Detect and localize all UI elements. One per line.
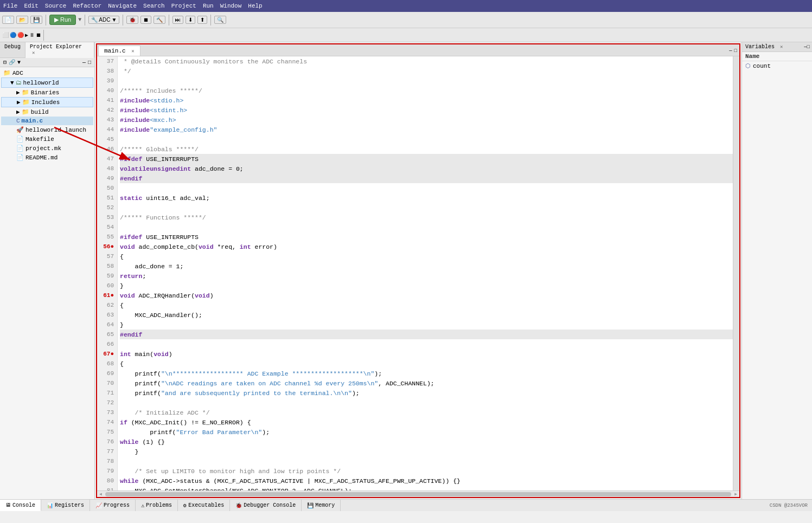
line-num-80[interactable]: 80: [97, 476, 117, 486]
line-num-64[interactable]: 64: [97, 320, 117, 330]
code-lines[interactable]: * @details Continuously monitors the ADC…: [118, 56, 733, 490]
maximize-panel-btn[interactable]: □: [88, 60, 91, 66]
tree-build[interactable]: ▶ 📁 build: [1, 107, 93, 117]
line-num-56[interactable]: 56●: [97, 242, 117, 251]
tab-progress[interactable]: 📈 Progress: [90, 500, 136, 511]
max-vars-btn[interactable]: □: [807, 44, 810, 50]
menu-navigate[interactable]: Navigate: [108, 3, 137, 9]
tree-readme[interactable]: 📄 README.md: [1, 153, 93, 162]
minimize-panel-btn[interactable]: —: [82, 60, 86, 66]
menu-edit[interactable]: Edit: [24, 3, 38, 9]
line-num-38[interactable]: 38: [97, 66, 117, 76]
run-button[interactable]: ▶ Run: [49, 15, 76, 25]
line-num-67[interactable]: 67●: [97, 349, 117, 359]
line-num-41[interactable]: 41: [97, 95, 117, 105]
tb2-btn5[interactable]: ⏸: [29, 32, 35, 38]
menu-refactor[interactable]: Refactor: [73, 3, 101, 9]
minimize-code-btn[interactable]: —: [729, 48, 732, 54]
variables-tab-close[interactable]: ✕: [780, 44, 783, 50]
line-num-51[interactable]: 51: [97, 193, 117, 203]
line-num-50[interactable]: 50: [97, 183, 117, 193]
line-num-49[interactable]: 49: [97, 173, 117, 183]
tree-binaries[interactable]: ▶ 📁 Binaries: [1, 88, 93, 97]
tab-memory[interactable]: 💾 Memory: [302, 500, 341, 511]
line-num-81[interactable]: 81: [97, 486, 117, 490]
line-num-66[interactable]: 66: [97, 339, 117, 349]
config-dropdown[interactable]: 🔧 ADC ▼: [88, 16, 119, 24]
line-num-70[interactable]: 70: [97, 378, 117, 388]
menu-window[interactable]: Window: [220, 3, 242, 9]
tab-project-explorer[interactable]: Project Explorer ✕: [25, 42, 94, 58]
menu-source[interactable]: Source: [45, 3, 67, 9]
tab-registers[interactable]: 📊 Registers: [41, 500, 90, 511]
scroll-left-btn[interactable]: ◀: [97, 492, 104, 496]
step-into-button[interactable]: ⬇: [186, 16, 195, 24]
tb2-btn6[interactable]: ⏹: [36, 32, 41, 38]
scroll-right-btn[interactable]: ▶: [732, 492, 739, 496]
tb2-btn3[interactable]: 🔴: [17, 32, 24, 38]
line-num-62[interactable]: 62: [97, 300, 117, 310]
line-num-76[interactable]: 76: [97, 437, 117, 447]
line-num-37[interactable]: 37: [97, 56, 117, 66]
vertical-scrollbar[interactable]: [733, 56, 739, 490]
line-num-40[interactable]: 40: [97, 86, 117, 95]
tree-root-adc[interactable]: 📁 ADC: [1, 68, 93, 78]
line-num-63[interactable]: 63: [97, 310, 117, 320]
project-explorer-close[interactable]: ✕: [32, 50, 35, 56]
line-num-57[interactable]: 57: [97, 251, 117, 261]
main-c-tab-close[interactable]: ✕: [131, 49, 134, 54]
tab-main-c[interactable]: main.c ✕: [98, 46, 140, 56]
line-num-46[interactable]: 46: [97, 144, 117, 154]
tab-debugger-console[interactable]: 🐞 Debugger Console: [230, 500, 302, 511]
line-num-58[interactable]: 58: [97, 261, 117, 271]
line-num-73[interactable]: 73: [97, 408, 117, 417]
line-num-77[interactable]: 77: [97, 447, 117, 456]
search-toolbar-button[interactable]: 🔍: [214, 16, 226, 24]
menu-project[interactable]: Project: [171, 3, 196, 9]
menu-search[interactable]: Search: [143, 3, 165, 9]
horizontal-scrollbar[interactable]: ◀ ▶: [97, 490, 739, 497]
tab-problems[interactable]: ⚠ Problems: [136, 500, 178, 511]
tree-helloworld-launch[interactable]: 🚀 helloworld.launch: [1, 125, 93, 134]
tree-helloworld[interactable]: ▼ 🗂 helloworld: [1, 78, 93, 88]
line-num-44[interactable]: 44: [97, 125, 117, 134]
collapse-all-btn[interactable]: ⊟: [3, 59, 7, 66]
debug-button[interactable]: 🐞: [126, 16, 138, 24]
save-button[interactable]: 💾: [30, 16, 42, 24]
line-num-72[interactable]: 72: [97, 398, 117, 408]
menu-file[interactable]: File: [3, 3, 17, 9]
new-button[interactable]: 📄: [2, 16, 14, 24]
tree-project-mk[interactable]: 📄 project.mk: [1, 144, 93, 153]
line-num-69[interactable]: 69: [97, 369, 117, 378]
open-button[interactable]: 📂: [16, 16, 28, 24]
line-num-39[interactable]: 39: [97, 76, 117, 86]
tb2-btn4[interactable]: ▶: [25, 32, 28, 38]
tab-executables[interactable]: ⚙ Executables: [178, 500, 230, 511]
line-num-53[interactable]: 53: [97, 212, 117, 222]
line-num-61[interactable]: 61●: [97, 290, 117, 300]
line-num-55[interactable]: 55: [97, 232, 117, 242]
stop-button[interactable]: ⏹: [140, 16, 151, 24]
run-dropdown-arrow[interactable]: ▼: [78, 17, 81, 23]
line-num-47[interactable]: 47: [97, 154, 117, 164]
line-num-43[interactable]: 43: [97, 115, 117, 125]
tb2-btn1[interactable]: ⬜: [2, 32, 9, 38]
line-num-59[interactable]: 59: [97, 271, 117, 281]
line-num-65[interactable]: 65: [97, 330, 117, 339]
link-with-editor-btn[interactable]: 🔗: [9, 59, 15, 66]
line-num-60[interactable]: 60: [97, 281, 117, 290]
line-num-54[interactable]: 54: [97, 222, 117, 232]
tree-makefile[interactable]: 📄 Makefile: [1, 134, 93, 144]
step-return-button[interactable]: ⬆: [197, 16, 207, 24]
build-all-button[interactable]: 🔨: [154, 16, 165, 24]
tree-includes[interactable]: ▶ 📁 Includes: [1, 97, 93, 107]
tab-debug[interactable]: Debug: [0, 42, 25, 57]
tree-main-c[interactable]: C main.c: [1, 117, 93, 125]
line-num-75[interactable]: 75: [97, 427, 117, 437]
menu-help[interactable]: Help: [248, 3, 262, 9]
tab-console[interactable]: 🖥 Console: [0, 500, 41, 511]
line-num-48[interactable]: 48: [97, 164, 117, 173]
line-num-78[interactable]: 78: [97, 456, 117, 466]
variable-row-count[interactable]: ⬡ count: [742, 61, 812, 70]
line-num-45[interactable]: 45: [97, 134, 117, 144]
